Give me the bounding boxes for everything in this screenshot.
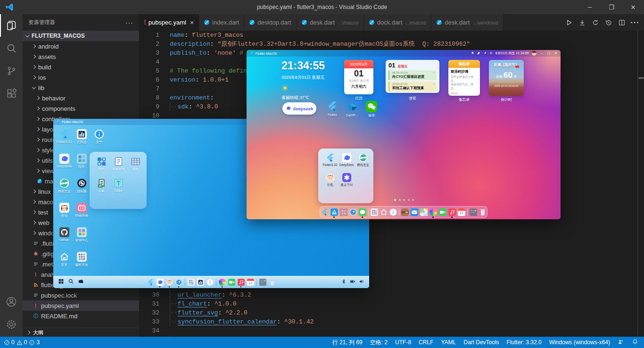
status-errors[interactable]: 0: [4, 339, 15, 346]
tab-desk.dart-5[interactable]: desk.dart...\windows: [431, 14, 504, 31]
w1-app-home[interactable]: 首页: [56, 252, 73, 267]
status-item-5[interactable]: Dart DevTools: [463, 339, 499, 346]
status-item-1[interactable]: 空格: 2: [370, 339, 388, 347]
w1-dock-music-icon[interactable]: [238, 279, 245, 286]
editor-action-refresh-icon[interactable]: [590, 17, 601, 28]
tree-item-android[interactable]: android: [23, 41, 139, 51]
activity-search-icon[interactable]: [0, 37, 23, 59]
tree-item-assets[interactable]: assets: [23, 51, 139, 62]
w2-dock-trash-icon[interactable]: [479, 208, 487, 216]
w1-app-bili[interactable]: 哔哩哔哩: [73, 203, 90, 218]
w1-app-flutter[interactable]: Flutter3.32: [56, 129, 73, 143]
editor-scrollbar[interactable]: [637, 31, 644, 337]
w2-dock-safari-icon[interactable]: [349, 208, 357, 216]
w1-app-devgrid[interactable]: 编程开发: [73, 252, 90, 267]
tab-close-icon[interactable]: ×: [190, 19, 194, 26]
activity-explorer-icon[interactable]: [0, 14, 23, 37]
activity-extensions-icon[interactable]: [0, 82, 23, 105]
w1-dock-calendar-icon[interactable]: 17: [247, 279, 254, 286]
w1-dock-trash-icon[interactable]: [269, 279, 276, 286]
w1-dock-photos-icon[interactable]: [219, 279, 226, 286]
editor-action-split-icon[interactable]: [617, 17, 627, 28]
w2-dock-appdrawer-icon[interactable]: [470, 208, 477, 216]
w2-dock-appstore-icon[interactable]: [330, 208, 338, 216]
activity-settings-icon[interactable]: [0, 313, 23, 336]
notes-widget[interactable]: 01星期五 ×08:30-10:00向CTO汇报项目进度 ×10:00-10:3…: [386, 60, 439, 93]
w2-panel-qwen[interactable]: 通义千问: [338, 173, 355, 187]
w1-app-about[interactable]: 关于: [91, 129, 107, 145]
close-button[interactable]: ✕: [622, 0, 644, 14]
editor-action-history-icon[interactable]: [603, 17, 614, 28]
tree-root[interactable]: FLUTTER3_MACOS: [23, 31, 139, 41]
maximize-button[interactable]: ❐: [601, 0, 622, 14]
w2-tray-bell-icon[interactable]: [471, 51, 474, 55]
outline-section[interactable]: 大纲: [23, 328, 139, 337]
tree-item-ios[interactable]: ios: [23, 72, 139, 83]
tab-pubspec.yaml-0[interactable]: !pubspec.yaml×: [139, 14, 199, 31]
deepseek-shortcut[interactable]: deepseek: [282, 102, 316, 115]
w1-panel-editorT[interactable]: Editor: [110, 178, 127, 192]
w1-app-deepseek[interactable]: DeepSeek: [56, 154, 73, 168]
macwin2-title-bar[interactable]: Flutter-MacOS 8月01日 周五 21:34:55─▢✕: [247, 50, 561, 57]
tab-desktop.dart-2[interactable]: desktop.dart: [244, 14, 297, 31]
tree-item-behavior[interactable]: behavior: [23, 93, 139, 103]
tab-dock.dart-4[interactable]: dock.dart...\macos: [364, 14, 431, 31]
w2-dock-aboutw-icon[interactable]: [389, 208, 397, 216]
editor-action-more-icon[interactable]: ···: [630, 17, 640, 28]
w2-dock-msg-icon[interactable]: [359, 208, 366, 216]
w1-app-github[interactable]: Github: [56, 227, 73, 241]
countdown-widget[interactable]: 距离【国庆节】 还剩60天 2025-10-01 00:00:00: [489, 60, 524, 96]
status-item-7[interactable]: Windows (windows-x64): [549, 339, 610, 346]
w2-panel-yuanbao[interactable]: 腾讯元宝: [355, 153, 372, 167]
w2-minimize-button[interactable]: ─: [541, 52, 543, 55]
w2-dock-flutter-icon[interactable]: [321, 208, 329, 216]
status-warnings[interactable]: 0: [17, 339, 27, 346]
w2-app-wechat[interactable]: 微信: [366, 101, 377, 118]
activity-account-icon[interactable]: [0, 290, 23, 313]
w2-dock-photos-icon[interactable]: [429, 208, 437, 216]
tree-item-components[interactable]: components: [23, 103, 139, 114]
w2-tray-pin-icon[interactable]: [483, 51, 487, 55]
w1-app-doubao[interactable]: 豆包: [56, 203, 73, 218]
w1-dock-appdrawer-icon[interactable]: [259, 279, 266, 286]
w2-dock-home2-icon[interactable]: [380, 208, 388, 216]
w2-tray-gear-icon[interactable]: [489, 51, 493, 55]
status-infos[interactable]: 3: [29, 339, 40, 346]
w1-dock-flutter-icon[interactable]: [147, 279, 154, 286]
w1-dock-chart-icon[interactable]: [197, 279, 204, 286]
w2-panel-flutter[interactable]: Flutter3.32: [322, 153, 339, 166]
macwin2-dock[interactable]: 17: [320, 206, 487, 218]
status-item-6[interactable]: Flutter: 3.32.0: [507, 339, 542, 346]
w2-dock-devgrid-icon[interactable]: [371, 208, 378, 216]
status-item-3[interactable]: CRLF: [419, 339, 433, 346]
editor-action-download-icon[interactable]: [577, 17, 587, 28]
minimize-button[interactable]: ─: [579, 0, 601, 14]
w1-panel-comp[interactable]: 组件: [93, 157, 110, 172]
w2-tray-tools-icon[interactable]: [477, 51, 480, 55]
status-bell-icon[interactable]: [632, 339, 638, 347]
w2-dock-facetime-icon[interactable]: [439, 208, 446, 216]
tree-item-lib[interactable]: lib: [23, 83, 139, 93]
w2-app-dart[interactable]: Dart中...: [346, 101, 358, 118]
tab-index.dart-1[interactable]: index.dart: [199, 14, 244, 31]
w1-panel-form[interactable]: 表单管理: [110, 157, 127, 172]
w2-dock-maps-icon[interactable]: [420, 208, 428, 216]
sidebar-more-icon[interactable]: ···: [125, 19, 133, 26]
editor-action-run-icon[interactable]: [564, 17, 574, 28]
w2-app-flutter[interactable]: Flutter: [327, 101, 338, 116]
tree-item-pubspec.lock[interactable]: pubspec.lock: [23, 290, 139, 300]
status-item-4[interactable]: YAML: [441, 339, 456, 346]
w2-dock-calendar-icon[interactable]: 17: [458, 208, 465, 216]
w1-dock-safari-icon[interactable]: [175, 279, 182, 286]
calendar-widget[interactable]: 2025年8月 01 第186天 第27周 六月初六: [344, 60, 373, 94]
w2-close-button[interactable]: ✕: [554, 51, 557, 55]
flutter-macos-window-2[interactable]: Flutter-MacOS 8月01日 周五 21:34:55─▢✕ 21:34…: [247, 50, 561, 219]
status-feedback-icon[interactable]: [618, 339, 624, 347]
w2-maximize-button[interactable]: ▢: [547, 51, 551, 55]
tree-item-build[interactable]: build: [23, 62, 139, 72]
w1-app-admin[interactable]: 管理中心: [73, 227, 90, 243]
w1-dock-facetime-icon[interactable]: [228, 279, 235, 286]
w1-app-widgets[interactable]: 组件: [73, 154, 90, 169]
w2-panel-doubaoc[interactable]: 豆包: [322, 173, 339, 187]
macwin1-taskbar[interactable]: 17: [53, 276, 369, 288]
